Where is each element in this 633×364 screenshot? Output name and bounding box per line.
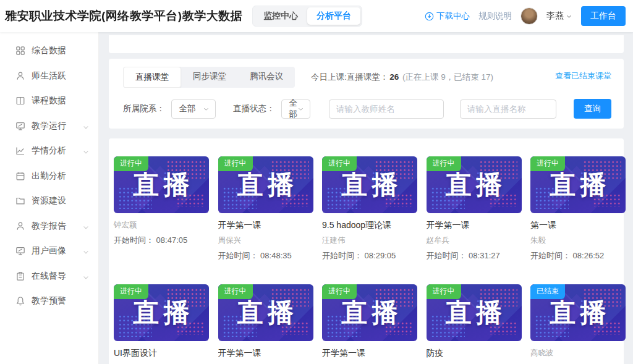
teacher-name: 汪建伟 bbox=[322, 235, 417, 246]
sidebar-item-label: 用户画像 bbox=[32, 245, 82, 256]
live-banner-text: 直播 bbox=[441, 167, 506, 202]
live-card-1[interactable]: 进行中直播开学第一课周保兴开始时间： 08:48:35 bbox=[218, 156, 313, 261]
sidebar-item-8[interactable]: 用户画像 bbox=[0, 239, 98, 264]
sidebar-item-label: 教学报告 bbox=[32, 221, 82, 232]
chevron-down-icon bbox=[82, 122, 90, 130]
sidebar-item-4[interactable]: 学情分析 bbox=[0, 138, 98, 164]
rules-link[interactable]: 规则说明 bbox=[478, 11, 512, 22]
sidebar-item-label: 综合数据 bbox=[32, 45, 90, 56]
chevron-down-icon bbox=[297, 106, 304, 112]
tab-live-classroom[interactable]: 直播课堂 bbox=[123, 67, 181, 88]
live-banner-text: 直播 bbox=[546, 167, 611, 202]
download-icon bbox=[425, 12, 434, 21]
sidebar-item-9[interactable]: 在线督导 bbox=[0, 264, 98, 289]
sidebar-item-5[interactable]: 出勤分析 bbox=[0, 164, 98, 189]
live-cards-panel: 进行中直播钟宏颖开始时间： 08:47:05进行中直播开学第一课周保兴开始时间：… bbox=[109, 138, 624, 364]
start-time: 开始时间： 08:31:27 bbox=[427, 250, 522, 261]
status-badge: 进行中 bbox=[114, 156, 148, 171]
bell-icon bbox=[15, 296, 25, 307]
live-banner-text: 直播 bbox=[441, 295, 506, 330]
classroom-tabs: 直播课堂 同步课堂 腾讯会议 bbox=[123, 67, 295, 88]
clipboard-icon bbox=[15, 271, 25, 281]
course-title: 开学第一课 bbox=[427, 220, 522, 231]
teacher-name-input[interactable] bbox=[329, 99, 444, 119]
live-thumbnail: 进行中直播 bbox=[218, 284, 313, 341]
sidebar-item-label: 在线督导 bbox=[32, 271, 82, 282]
live-banner-text: 直播 bbox=[129, 295, 194, 330]
sidebar-item-label: 师生活跃 bbox=[32, 70, 90, 82]
status-badge: 进行中 bbox=[114, 284, 148, 299]
sidebar-item-1[interactable]: 师生活跃 bbox=[0, 64, 98, 89]
status-badge: 进行中 bbox=[322, 156, 357, 171]
sidebar-item-7[interactable]: 教学报告 bbox=[0, 214, 98, 239]
start-time: 开始时间： 08:26:52 bbox=[530, 250, 626, 261]
platform-switcher: 监控中心 分析平台 bbox=[252, 6, 362, 27]
live-thumbnail: 已结束直播 bbox=[530, 284, 626, 341]
live-card-8[interactable]: 进行中直播防疫闫国彬开始时间： 08:20:22 bbox=[427, 284, 522, 364]
status-badge: 进行中 bbox=[218, 284, 253, 299]
download-center-link[interactable]: 下载中心 bbox=[425, 11, 470, 22]
header-actions: 下载中心 规则说明 李燕 工作台 bbox=[425, 6, 626, 26]
chevron-down-icon bbox=[82, 147, 90, 154]
live-card-9[interactable]: 已结束直播高晓波开始时间： 09:32:04结束时间： 09:32:59 bbox=[530, 284, 626, 364]
sidebar-item-2[interactable]: 课程数据 bbox=[0, 88, 98, 114]
live-thumbnail: 进行中直播 bbox=[114, 284, 209, 341]
status-badge: 进行中 bbox=[427, 156, 461, 171]
course-title: 开学第一课 bbox=[218, 220, 313, 231]
sidebar-item-10[interactable]: 教学预警 bbox=[0, 289, 98, 314]
department-select[interactable]: 全部 bbox=[171, 99, 216, 119]
view-ended-link[interactable]: 查看已结束课堂 bbox=[555, 70, 611, 82]
status-badge: 进行中 bbox=[427, 284, 461, 299]
sidebar-item-0[interactable]: 综合数据 bbox=[0, 38, 98, 64]
filter-row: 所属院系： 全部 直播状态： 全部 查询 bbox=[113, 99, 611, 119]
live-name-input[interactable] bbox=[460, 99, 556, 119]
live-card-grid: 进行中直播钟宏颖开始时间： 08:47:05进行中直播开学第一课周保兴开始时间：… bbox=[114, 156, 619, 364]
status-badge: 进行中 bbox=[218, 156, 253, 171]
teacher-name: 高晓波 bbox=[530, 348, 626, 358]
live-card-6[interactable]: 进行中直播开学第一课何敏开始时间： 08:40:26 bbox=[218, 284, 313, 364]
live-status-label: 直播状态： bbox=[233, 103, 275, 114]
chevron-down-icon bbox=[82, 222, 90, 230]
tab-analysis-platform[interactable]: 分析平台 bbox=[307, 7, 360, 25]
status-badge: 进行中 bbox=[322, 284, 357, 299]
course-title: 开学第一课 bbox=[218, 348, 313, 359]
teacher-name: 朱毅 bbox=[530, 235, 626, 246]
live-card-0[interactable]: 进行中直播钟宏颖开始时间： 08:47:05 bbox=[114, 156, 209, 261]
sidebar-item-3[interactable]: 教学运行 bbox=[0, 114, 98, 139]
live-thumbnail: 进行中直播 bbox=[322, 156, 417, 213]
sidebar: 综合数据师生活跃课程数据教学运行学情分析出勤分析资源建设教学报告用户画像在线督导… bbox=[0, 32, 99, 364]
tab-monitor-center[interactable]: 监控中心 bbox=[254, 7, 307, 25]
live-banner-text: 直播 bbox=[233, 167, 298, 202]
sidebar-item-label: 教学预警 bbox=[32, 295, 90, 307]
classroom-tab-row: 直播课堂 同步课堂 腾讯会议 今日上课:直播课堂：26 (正在上课 9，已结束 … bbox=[113, 67, 611, 88]
workbench-button[interactable]: 工作台 bbox=[581, 6, 626, 26]
live-card-5[interactable]: 进行中直播UI界面设计卜颀开始时间： 08:22:09 bbox=[114, 284, 209, 364]
live-thumbnail: 进行中直播 bbox=[427, 156, 522, 213]
tab-sync-classroom[interactable]: 同步课堂 bbox=[181, 67, 238, 88]
folder-icon bbox=[15, 196, 25, 206]
monitor-icon bbox=[15, 246, 25, 256]
teacher-name: 周保兴 bbox=[218, 235, 313, 246]
live-card-4[interactable]: 进行中直播第一课朱毅开始时间： 08:26:52 bbox=[530, 156, 626, 261]
search-button[interactable]: 查询 bbox=[574, 99, 611, 119]
tab-tencent-meeting[interactable]: 腾讯会议 bbox=[238, 67, 295, 88]
course-title: 9.5 hadoop理论课 bbox=[322, 220, 417, 231]
live-card-7[interactable]: 进行中直播开学第一课匡煜开始时间： 08:41:44 bbox=[322, 284, 417, 364]
course-title: 第一课 bbox=[530, 220, 626, 231]
today-summary: 今日上课:直播课堂：26 (正在上课 9，已结束 17) bbox=[311, 72, 493, 83]
live-banner-text: 直播 bbox=[233, 295, 298, 330]
teacher-name: 钟宏颖 bbox=[114, 220, 209, 231]
live-banner-text: 直播 bbox=[338, 295, 402, 330]
live-thumbnail: 进行中直播 bbox=[114, 156, 209, 213]
sidebar-item-6[interactable]: 资源建设 bbox=[0, 188, 98, 214]
live-status-select[interactable]: 全部 bbox=[281, 99, 311, 119]
teacher-name: 赵牟兵 bbox=[427, 235, 522, 246]
person-icon bbox=[15, 221, 25, 231]
avatar[interactable] bbox=[520, 7, 538, 25]
live-card-3[interactable]: 进行中直播开学第一课赵牟兵开始时间： 08:31:27 bbox=[427, 156, 522, 261]
live-card-2[interactable]: 进行中直播9.5 hadoop理论课汪建伟开始时间： 08:29:05 bbox=[322, 156, 417, 261]
start-time: 开始时间： 08:47:05 bbox=[114, 235, 209, 246]
department-label: 所属院系： bbox=[123, 103, 165, 114]
user-menu[interactable]: 李燕 bbox=[546, 11, 572, 22]
main-content: 直播课堂 同步课堂 腾讯会议 今日上课:直播课堂：26 (正在上课 9，已结束 … bbox=[99, 32, 633, 364]
